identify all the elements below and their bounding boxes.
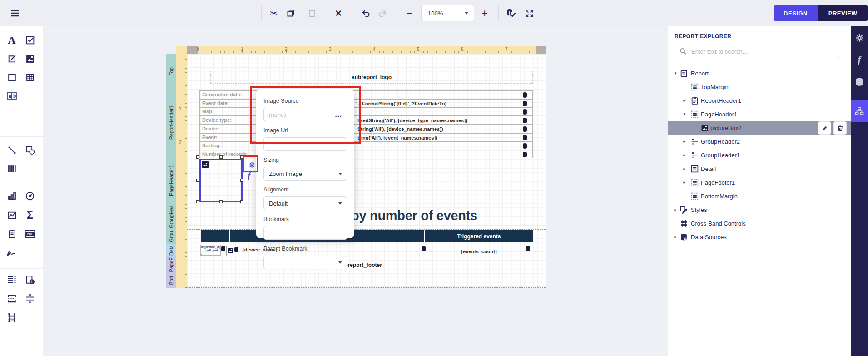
band-separator[interactable] [187,257,546,257]
page-break-tool-icon[interactable] [5,292,19,306]
chevron-right-icon[interactable]: ► [673,208,678,212]
delete-icon[interactable]: × [332,6,345,20]
report-row[interactable]: Sorting: [199,141,533,150]
report-row[interactable]: Device:String('All'), [device_names.name… [199,125,533,133]
chevron-down-icon[interactable]: ▼ [682,112,687,116]
report-title-text[interactable]: by number of events [351,208,477,223]
resize-handle[interactable] [196,155,199,159]
chevron-right-icon[interactable]: ► [682,99,687,103]
resize-handle[interactable] [196,200,199,203]
expressions-f-icon[interactable]: f [851,51,868,68]
page-info-tool-icon[interactable]: i [23,273,37,286]
band-tab-pagefooter1[interactable]: PageF [166,257,176,273]
expression-f-icon[interactable]: f [248,171,250,180]
alignment-select[interactable]: Default [263,196,347,210]
table-header-cell[interactable] [201,230,229,242]
zoom-in-icon[interactable]: + [478,6,491,20]
resize-handle[interactable] [219,200,223,203]
tree-item-reportheader1[interactable]: ► ReportHeader1 [668,94,851,107]
detail-expression-cell[interactable]: Iif([device_id] == null , null , [200,245,221,256]
band-tab-pageheader1[interactable]: PageHeader1 [166,157,176,204]
table-header-cell[interactable]: Triggered events [425,230,533,242]
panel-tool-icon[interactable] [5,70,19,84]
report-row[interactable]: Generation date: [199,90,533,99]
search-input[interactable] [690,48,839,55]
tree-item-topmargin[interactable]: TopMargin [668,80,851,94]
band-tab-bottommargin[interactable]: Bott [166,273,176,288]
band-tab-topmargin[interactable]: Top [166,54,176,89]
sizing-select[interactable]: Zoom Image [263,167,347,181]
tree-item-bottommargin[interactable]: BottomMargin [668,189,851,203]
label-tool-icon[interactable]: A [5,33,19,47]
signature-tool-icon[interactable] [5,246,19,260]
table-tool-icon[interactable] [23,70,37,84]
subreport-logo-cell[interactable]: subreport_logo [210,71,533,84]
gauge-tool-icon[interactable] [23,189,37,203]
events-count-cell[interactable]: [events_count] [425,247,533,255]
explorer-search[interactable] [675,45,839,58]
band-tab-groupheader1[interactable]: Grou [166,229,176,244]
properties-gear-icon[interactable] [851,29,868,46]
pdf-content-tool-icon[interactable]: PDF [23,227,37,241]
zoom-level-select[interactable]: 100% [421,5,474,21]
undo-icon[interactable] [359,6,372,20]
picturebox2-control[interactable] [199,159,243,202]
rich-text-tool-icon[interactable] [5,52,19,65]
delete-button[interactable] [833,121,847,135]
tree-item-cross-band-controls[interactable]: Cross-Band Controls [668,216,851,230]
subreport-footer-cell[interactable]: subreport_footer [187,261,533,269]
sparkline-tool-icon[interactable] [5,208,19,222]
chevron-down-icon[interactable]: ▼ [673,71,678,75]
tree-item-pageheader1[interactable]: ▼ PageHeader1 [668,107,851,121]
resize-handle[interactable] [240,179,243,182]
report-explorer-active-tab[interactable] [851,100,868,122]
table-of-contents-tool-icon[interactable] [5,273,19,286]
bookmark-field[interactable] [263,226,347,240]
tree-item-picturebox2-selected[interactable]: pictureBox2 [668,121,851,135]
chart-tool-icon[interactable] [5,189,19,203]
redo-icon[interactable] [376,6,390,20]
line-tool-icon[interactable] [5,143,19,157]
picture-box-tool-icon[interactable] [23,52,37,65]
band-tab-detail[interactable]: Deta [166,244,176,257]
tree-item-styles[interactable]: ► Styles [668,203,851,216]
resize-handle[interactable] [219,155,223,159]
bookmark-input[interactable] [264,227,347,239]
tree-item-detail[interactable]: ► Detail [668,162,851,175]
tree-item-data-sources[interactable]: ► Data Sources [668,230,851,244]
chevron-right-icon[interactable]: ► [682,167,687,171]
tree-item-groupheader2[interactable]: ► GroupHeader2 [668,135,851,148]
resize-handle[interactable] [196,179,199,182]
report-row[interactable]: Event date:' + FormatString('{0:d}', ?Ev… [199,99,533,108]
design-tab[interactable]: DESIGN [774,5,818,21]
cross-band-box-tool-icon[interactable] [5,311,19,325]
band-separator[interactable] [187,273,546,273]
check-box-tool-icon[interactable] [23,33,37,47]
chevron-right-icon[interactable]: ► [673,235,678,239]
preview-tab[interactable]: PREVIEW [818,5,868,21]
edit-button[interactable] [818,121,831,135]
shape-tool-icon[interactable] [23,143,37,157]
character-comb-tool-icon[interactable]: ab [5,89,19,103]
menu-icon[interactable] [8,6,22,20]
validate-bindings-icon[interactable] [504,6,518,20]
resize-handle[interactable] [240,200,243,203]
report-row[interactable]: Device type:lizedString('All'), [device_… [199,116,533,125]
band-separator[interactable] [187,204,546,204]
band-separator[interactable] [187,89,546,89]
tree-item-pagefooter1[interactable]: ► PageFooter1 [668,175,851,189]
band-tab-reportheader1[interactable]: ReportHeader1 [166,89,176,157]
band-separator[interactable] [187,244,546,244]
tree-item-groupheader1[interactable]: ► GroupHeader1 [668,148,851,162]
band-separator[interactable] [187,287,546,288]
tree-item-report[interactable]: ▼ Report [668,66,851,80]
cross-band-line-tool-icon[interactable] [23,292,37,306]
cut-icon[interactable]: ✂ [267,6,281,20]
band-separator[interactable] [187,229,546,230]
field-list-database-icon[interactable] [851,73,868,90]
report-row[interactable]: Map: [199,107,533,116]
subreport-tool-icon[interactable] [5,227,19,241]
fullscreen-icon[interactable] [522,6,536,20]
chevron-right-icon[interactable]: ► [682,181,687,185]
copy-icon[interactable] [284,6,298,20]
